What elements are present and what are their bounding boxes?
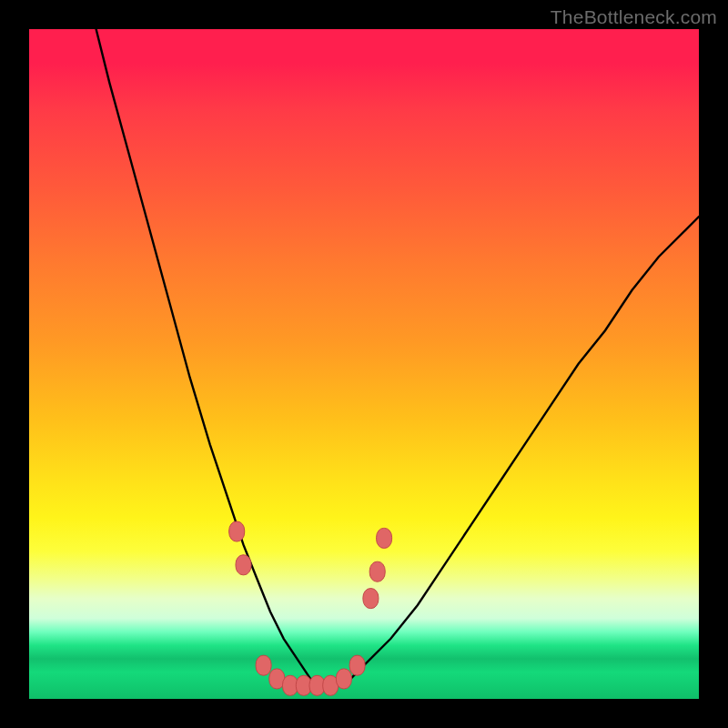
chart-overlay-svg bbox=[29, 29, 699, 699]
curve-marker bbox=[229, 521, 245, 541]
curve-marker bbox=[236, 555, 251, 575]
marker-group bbox=[229, 521, 392, 695]
curve-marker bbox=[349, 655, 365, 675]
curve-marker bbox=[256, 655, 271, 675]
plot-area bbox=[29, 29, 699, 699]
curve-marker bbox=[377, 528, 392, 548]
outer-frame: TheBottleneck.com bbox=[0, 0, 728, 728]
curve-marker bbox=[336, 669, 351, 689]
watermark-text: TheBottleneck.com bbox=[551, 6, 717, 28]
curve-marker bbox=[363, 589, 379, 609]
bottleneck-curve bbox=[96, 29, 699, 685]
curve-marker bbox=[369, 561, 385, 581]
